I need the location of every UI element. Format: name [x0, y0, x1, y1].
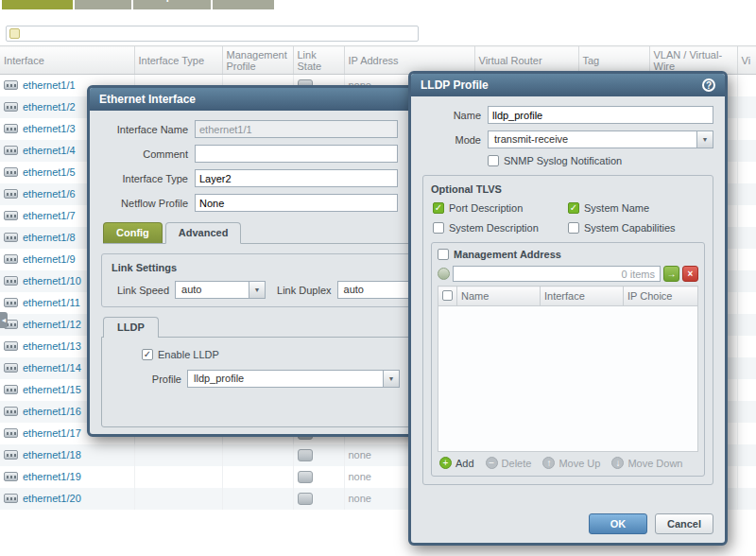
- tab-loopback[interactable]: Loopback: [133, 0, 211, 9]
- move-down-icon: ↓: [611, 457, 624, 469]
- interface-link[interactable]: ethernet1/15: [23, 384, 81, 395]
- col-interface[interactable]: Interface: [0, 46, 134, 75]
- interface-link[interactable]: ethernet1/20: [23, 493, 81, 504]
- ethernet-port-icon: [4, 189, 18, 199]
- tab-config[interactable]: Config: [103, 222, 163, 243]
- mgmt-col-interface[interactable]: Interface: [541, 287, 624, 306]
- comment-input[interactable]: [195, 145, 398, 163]
- mgmt-col-ip-choice[interactable]: IP Choice: [624, 287, 698, 306]
- ethernet-port-icon: [4, 472, 18, 481]
- panel-collapse-handle[interactable]: ◄: [0, 312, 8, 328]
- clear-filter-button[interactable]: ×: [682, 266, 698, 282]
- button-label: Move Down: [627, 458, 682, 469]
- management-address-label: Management Address: [454, 249, 561, 260]
- mgmt-filter-input[interactable]: 0 items: [453, 266, 661, 282]
- refresh-icon[interactable]: [438, 268, 450, 280]
- mgmt-col-name[interactable]: Name: [457, 287, 541, 306]
- col-vi-truncated[interactable]: Vi: [737, 46, 756, 75]
- filter-bar: [6, 26, 419, 42]
- optional-tlvs-title: Optional TLVS: [431, 183, 705, 195]
- checkbox[interactable]: [433, 222, 444, 234]
- col-link-state[interactable]: Link State: [293, 46, 344, 75]
- interface-link[interactable]: ethernet1/8: [23, 232, 76, 243]
- interface-link[interactable]: ethernet1/19: [23, 471, 81, 482]
- profile-name-input[interactable]: [488, 106, 713, 124]
- select-all-checkbox[interactable]: [442, 290, 453, 301]
- mode-select[interactable]: transmit-receive ▼: [488, 130, 713, 148]
- interface-link[interactable]: ethernet1/13: [23, 340, 81, 352]
- interface-link[interactable]: ethernet1/4: [23, 145, 76, 156]
- checkbox[interactable]: ✓: [568, 202, 579, 214]
- checkbox[interactable]: [568, 222, 579, 234]
- col-tag[interactable]: Tag: [578, 46, 649, 75]
- interface-type-label: Interface Type: [101, 173, 188, 184]
- interface-link[interactable]: ethernet1/17: [23, 427, 81, 439]
- col-virtual-router[interactable]: Virtual Router: [474, 46, 578, 75]
- dialog-title: Ethernet Interface: [99, 93, 196, 106]
- tlv-system-description: System Description: [433, 222, 568, 234]
- items-count: 0 items: [622, 269, 655, 280]
- tab-tunnel[interactable]: Tunnel: [213, 0, 274, 9]
- interface-link[interactable]: ethernet1/1: [23, 79, 76, 91]
- mgmt-table-empty-body: [438, 306, 698, 452]
- move-up-button[interactable]: ↑Move Up: [542, 457, 600, 469]
- link-duplex-label: Link Duplex: [277, 285, 331, 296]
- interface-link[interactable]: ethernet1/9: [23, 253, 76, 265]
- filter-input[interactable]: [24, 27, 418, 40]
- interface-link[interactable]: ethernet1/2: [23, 101, 76, 113]
- move-down-button[interactable]: ↓Move Down: [611, 457, 682, 469]
- netflow-profile-input[interactable]: [195, 194, 398, 212]
- tab-ethernet[interactable]: Ethernet: [2, 0, 73, 9]
- checkbox-label: System Description: [449, 222, 539, 234]
- col-ip-address[interactable]: IP Address: [344, 46, 474, 75]
- delete-button[interactable]: −Delete: [486, 457, 532, 469]
- help-icon[interactable]: ?: [702, 78, 715, 92]
- app-window: EthernetVLANLoopbackTunnel Interface Int…: [0, 0, 756, 556]
- management-address-table: Name Interface IP Choice: [438, 286, 698, 306]
- interface-link[interactable]: ethernet1/7: [23, 210, 76, 221]
- management-address-title-row: Management Address: [438, 249, 698, 260]
- ok-button[interactable]: OK: [589, 513, 647, 534]
- dialog-header: LLDP Profile ?: [411, 74, 725, 96]
- interface-link[interactable]: ethernet1/16: [23, 406, 81, 417]
- add-icon: +: [439, 457, 452, 469]
- col-vlan-virtual-wire[interactable]: VLAN / Virtual-Wire: [649, 46, 737, 75]
- link-state-icon: [298, 471, 313, 483]
- lldp-profile-dialog: LLDP Profile ? Name Mode transmit-receiv…: [408, 71, 728, 546]
- col-management-profile[interactable]: Management Profile: [222, 46, 293, 75]
- tab-advanced[interactable]: Advanced: [165, 222, 242, 244]
- interface-type-input[interactable]: [195, 169, 398, 187]
- ethernet-port-icon: [4, 146, 18, 155]
- tab-lldp[interactable]: LLDP: [103, 317, 159, 338]
- interface-link[interactable]: ethernet1/5: [23, 166, 76, 178]
- interface-link[interactable]: ethernet1/12: [23, 319, 81, 330]
- enable-lldp-checkbox[interactable]: ✓: [142, 349, 153, 360]
- snmp-syslog-checkbox[interactable]: [488, 155, 499, 166]
- management-address-checkbox[interactable]: [438, 249, 449, 260]
- ethernet-port-icon: [4, 341, 18, 351]
- optional-tlvs-group: Optional TLVS ✓Port Description✓System N…: [422, 175, 713, 485]
- interface-link[interactable]: ethernet1/3: [23, 123, 76, 134]
- tab-vlan[interactable]: VLAN: [75, 0, 131, 9]
- interface-link[interactable]: ethernet1/18: [23, 449, 81, 460]
- mgmt-table-footer: +Add−Delete↑Move Up↓Move Down: [438, 452, 698, 470]
- interface-link[interactable]: ethernet1/11: [23, 297, 80, 308]
- main-tabstrip: EthernetVLANLoopbackTunnel: [2, 0, 274, 9]
- button-label: Move Up: [558, 458, 600, 469]
- interface-name-input: [195, 120, 398, 138]
- interface-link[interactable]: ethernet1/6: [23, 188, 76, 200]
- button-label: Delete: [502, 458, 532, 469]
- interface-link[interactable]: ethernet1/10: [23, 275, 81, 287]
- link-speed-select[interactable]: auto ▼: [175, 281, 266, 299]
- lldp-profile-label: Profile: [138, 374, 181, 385]
- mode-label: Mode: [422, 134, 481, 146]
- checkbox-label: Port Description: [449, 202, 523, 214]
- checkbox[interactable]: ✓: [433, 202, 444, 214]
- mgmt-filter-row: 0 items → ×: [438, 266, 698, 282]
- col-interface-type[interactable]: Interface Type: [134, 46, 222, 75]
- apply-filter-button[interactable]: →: [663, 266, 679, 282]
- cancel-button[interactable]: Cancel: [655, 513, 713, 534]
- interface-link[interactable]: ethernet1/14: [23, 362, 81, 374]
- add-button[interactable]: +Add: [439, 457, 474, 469]
- lldp-profile-select[interactable]: lldp_profile ▼: [187, 370, 400, 388]
